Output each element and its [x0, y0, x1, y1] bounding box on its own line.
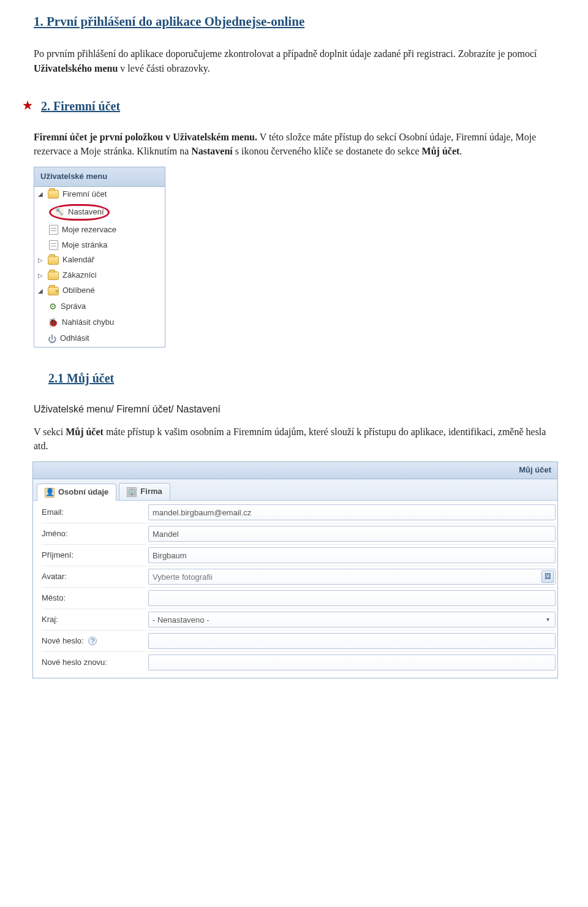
sidebar-item-oblibene[interactable]: ◢ ★ Oblíbené [34, 283, 165, 298]
expand-collapse-icon[interactable]: ▷ [37, 273, 44, 279]
tab-firma[interactable]: 🏢 Firma [119, 483, 170, 500]
heading-1: 1. První přihlášení do aplikace Objednej… [34, 12, 554, 31]
expand-collapse-icon[interactable]: ◢ [37, 288, 44, 294]
sidebar-item-nahlasit-chybu[interactable]: 🐞 Nahlásit chybu [34, 314, 165, 330]
gear-icon: ⚙ [49, 300, 57, 313]
heading-2-text: 2. Firemní účet [41, 99, 120, 113]
paragraph: V sekci Můj účet máte přístup k vašim os… [34, 425, 554, 453]
label-nove-heslo: Nové heslo: ? [42, 630, 146, 651]
help-icon[interactable]: ? [88, 637, 97, 645]
person-card-icon: 👤 [45, 488, 55, 498]
sidebar-item-label: Nastavení [68, 207, 104, 218]
sidebar-item-kalendar[interactable]: ▷ Kalendář [34, 252, 165, 268]
firstname-field[interactable] [148, 526, 556, 542]
avatar-browse-button[interactable]: 🖼 [541, 571, 554, 583]
sidebar-item-label: Firemní účet [62, 189, 107, 200]
text-bold: Můj účet [66, 427, 104, 437]
lastname-field[interactable] [148, 547, 556, 563]
expand-collapse-icon[interactable]: ▷ [37, 257, 44, 264]
page-icon [49, 240, 58, 250]
label-kraj: Kraj: [42, 609, 146, 630]
text: Po prvním přihlášení do aplikace doporuč… [34, 48, 537, 59]
highlight-oval: 🔧 Nastavení [49, 204, 110, 221]
sidebar-item-nastaveni[interactable]: 🔧 Nastavení [34, 202, 165, 222]
panel-title: Můj účet [33, 462, 557, 479]
star-icon: ★ [23, 97, 32, 113]
label-jmeno: Jméno: [42, 523, 146, 544]
wrench-icon: 🔧 [55, 207, 64, 217]
sidebar-item-sprava[interactable]: ⚙ Správa [34, 298, 165, 314]
sidebar-item-label: Moje stránka [62, 240, 107, 251]
usermenu-title: Uživatelské menu [34, 167, 165, 187]
folder-icon [48, 256, 59, 265]
account-panel: Můj účet 👤 Osobní údaje 🏢 Firma Email: J… [32, 461, 558, 678]
sidebar-item-label: Nahlásit chybu [62, 317, 114, 328]
tab-osobni-udaje[interactable]: 👤 Osobní údaje [37, 484, 116, 501]
folder-star-icon: ★ [48, 287, 59, 295]
password-field[interactable] [148, 633, 556, 649]
heading-3: 2.1 Můj účet [48, 370, 554, 387]
sidebar-item-firemni-ucet[interactable]: ◢ Firemní účet [34, 187, 165, 202]
page-icon [49, 225, 58, 235]
text: v levé části obrazovky. [118, 63, 209, 74]
text-bold: Uživatelského menu [34, 63, 118, 74]
label-mesto: Město: [42, 587, 146, 609]
usermenu-panel: Uživatelské menu ◢ Firemní účet 🔧 Nastav… [34, 167, 165, 347]
text: s ikonou červeného klíče se dostanete do… [233, 146, 422, 156]
sidebar-item-moje-rezervace[interactable]: Moje rezervace [34, 222, 165, 238]
breadcrumb: Uživatelské menu/ Firemní účet/ Nastaven… [34, 402, 554, 416]
label-prijmeni: Příjmení: [42, 544, 146, 566]
label-email: Email: [42, 502, 146, 523]
text-bold: Firemní účet je první položkou v Uživate… [34, 132, 257, 142]
account-form: Email: Jméno: Příjmení: Avatar: 🖼 Město:… [33, 501, 557, 678]
text-bold: Můj účet [422, 146, 460, 156]
sidebar-item-label: Odhlásit [60, 333, 89, 344]
text-bold: Nastavení [191, 146, 233, 156]
sidebar-item-label: Správa [61, 301, 86, 313]
sidebar-item-moje-stranka[interactable]: Moje stránka [34, 238, 165, 253]
text: . [459, 146, 462, 156]
heading-2: ★ 2. Firemní účet [41, 97, 554, 115]
tab-label: Osobní údaje [58, 487, 108, 498]
region-select[interactable] [148, 612, 556, 628]
sidebar-item-label: Oblíbené [62, 285, 95, 297]
sidebar-item-odhlasit[interactable]: ⏻ Odhlásit [34, 331, 165, 347]
folder-icon [48, 190, 59, 199]
folder-icon [48, 271, 59, 280]
sidebar-item-label: Kalendář [62, 254, 94, 266]
text: V sekci [34, 427, 66, 437]
tab-label: Firma [140, 486, 162, 498]
bug-icon: 🐞 [48, 316, 58, 328]
email-field[interactable] [148, 504, 556, 520]
paragraph: Po prvním přihlášení do aplikace doporuč… [34, 47, 554, 75]
expand-collapse-icon[interactable]: ◢ [37, 191, 44, 197]
sidebar-item-label: Moje rezervace [62, 224, 116, 236]
chevron-down-icon[interactable]: ▾ [541, 613, 554, 626]
building-icon: 🏢 [127, 487, 137, 497]
label-nove-heslo-znovu: Nové heslo znovu: [42, 651, 146, 673]
password-confirm-field[interactable] [148, 655, 556, 670]
paragraph: Firemní účet je první položkou v Uživate… [34, 130, 554, 158]
label-avatar: Avatar: [42, 566, 146, 587]
tab-strip: 👤 Osobní údaje 🏢 Firma [33, 479, 557, 501]
label-text: Nové heslo: [42, 636, 84, 645]
text: máte přístup k vašim osobním a Firemním … [34, 427, 546, 451]
sidebar-item-zakaznici[interactable]: ▷ Zákazníci [34, 268, 165, 283]
city-field[interactable] [148, 590, 556, 606]
power-icon: ⏻ [48, 333, 56, 345]
avatar-field[interactable] [148, 569, 556, 585]
sidebar-item-label: Zákazníci [62, 270, 97, 281]
